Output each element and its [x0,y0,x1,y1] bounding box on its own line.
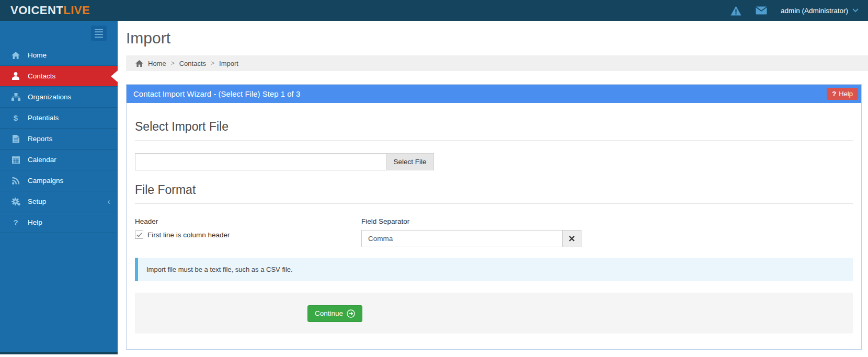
logo-primary: VOICENT [10,4,63,17]
home-icon [135,60,143,67]
wizard-title: Contact Import Wizard - (Select File) St… [133,89,300,98]
gears-icon [10,198,21,206]
sidebar-item-home[interactable]: Home [0,45,118,66]
sidebar-item-label: Potentials [28,114,59,122]
breadcrumb-import: Import [219,60,238,67]
select-import-file-heading: Select Import File [135,120,853,141]
select-file-button[interactable]: Select File [386,153,434,170]
user-icon [10,72,21,80]
sidebar-item-organizations[interactable]: Organizations [0,87,118,108]
clear-separator-button[interactable] [563,230,581,247]
breadcrumb-separator: > [171,60,175,67]
question-icon: ? [10,218,21,227]
panel-heading: Contact Import Wizard - (Select File) St… [127,85,861,103]
logo-accent: LIVE [63,4,90,17]
question-icon: ? [832,90,836,98]
sidebar-item-potentials[interactable]: $ Potentials [0,108,118,129]
sidebar-item-label: Contacts [28,72,55,80]
sidebar-item-label: Setup [28,198,46,205]
header-checkbox-row[interactable]: First line is column header [135,231,361,239]
arrow-circle-right-icon [347,309,355,318]
import-file-input[interactable] [135,153,386,170]
field-separator-input[interactable] [361,230,563,247]
file-icon [10,135,21,143]
chevron-left-icon: ‹ [107,197,110,206]
help-button[interactable]: ? Help [827,88,858,100]
sidebar: Home Contacts Organizations $ Potentials [0,21,118,354]
chevron-down-icon [852,8,859,13]
breadcrumb-separator: > [211,60,214,67]
sidebar-item-campaigns[interactable]: Campaigns [0,170,118,191]
breadcrumb-contacts[interactable]: Contacts [179,60,206,67]
active-item-notch [111,71,118,82]
panel-footer: Continue [135,293,853,333]
main-content: Import Home > Contacts > Import Contact … [118,21,868,357]
rss-icon [10,177,21,185]
header-label: Header [135,217,361,225]
sidebar-item-calendar[interactable]: Calendar [0,149,118,170]
sidebar-item-help[interactable]: ? Help [0,212,118,233]
app-logo: VOICENTLIVE [10,4,90,17]
panel-body: Select Import File Select File File Form… [127,103,861,338]
field-separator-label: Field Separator [361,217,581,225]
sidebar-item-reports[interactable]: Reports [0,129,118,149]
envelope-icon[interactable] [756,5,767,16]
sidebar-footer-strip [0,352,118,354]
header-checkbox-label: First line is column header [147,231,230,239]
user-menu-label: admin (Administrator) [781,7,848,15]
file-format-heading: File Format [135,183,853,204]
sidebar-item-label: Help [28,218,42,226]
continue-button[interactable]: Continue [307,305,362,322]
import-wizard-panel: Contact Import Wizard - (Select File) St… [126,84,862,350]
sidebar-toggle-button[interactable] [91,26,107,41]
top-navbar: VOICENTLIVE admin (Administrator) [0,0,868,21]
file-format-row: Header First line is column header Field… [135,217,853,247]
sidebar-item-contacts[interactable]: Contacts [0,66,118,87]
breadcrumb-home[interactable]: Home [148,60,166,67]
page-title: Import [126,29,868,47]
import-note-alert: Import file must be a text file, such as… [135,258,853,281]
sidebar-item-label: Campaigns [28,177,63,185]
breadcrumb: Home > Contacts > Import [126,55,868,71]
sidebar-item-label: Organizations [28,93,71,101]
warning-icon[interactable] [730,5,742,16]
user-menu[interactable]: admin (Administrator) [781,7,859,15]
home-icon [10,52,21,59]
help-button-label: Help [839,90,853,98]
dollar-icon: $ [10,113,21,122]
header-checkbox[interactable] [135,231,143,239]
continue-button-label: Continue [315,309,343,317]
x-icon [569,236,575,241]
sidebar-item-label: Home [28,51,47,59]
separator-input-group [361,230,581,247]
sidebar-item-label: Calendar [28,156,56,164]
calendar-icon [10,156,21,164]
file-input-group: Select File [135,153,434,170]
sidebar-item-label: Reports [28,135,52,143]
sitemap-icon [10,93,21,101]
sidebar-item-setup[interactable]: Setup ‹ [0,191,118,212]
check-icon [136,233,142,237]
